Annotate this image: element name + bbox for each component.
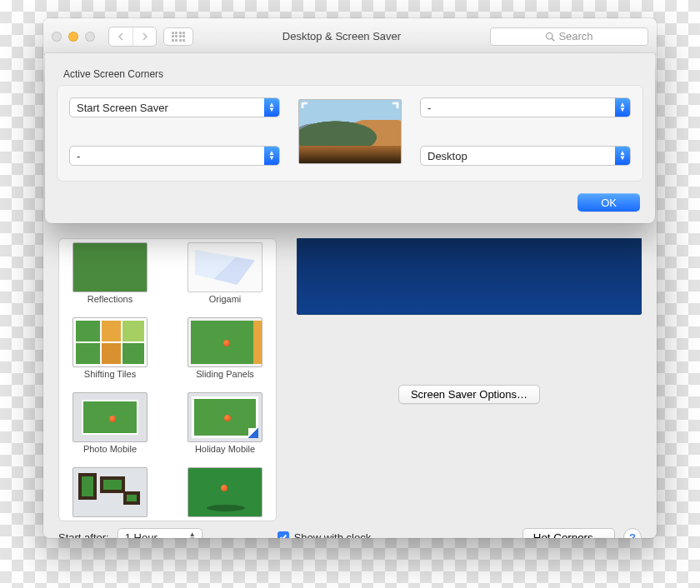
zoom-window-icon[interactable]: [85, 32, 95, 42]
screen-saver-options-button[interactable]: Screen Saver Options…: [398, 385, 540, 404]
popup-arrows-icon: ▲▼: [615, 147, 630, 165]
list-item-label: Origami: [209, 294, 242, 306]
corner-top-left-value: Start Screen Saver: [70, 98, 264, 117]
list-item[interactable]: Origami: [179, 242, 271, 306]
window-controls: [52, 32, 95, 42]
svg-point-0: [547, 32, 553, 39]
titlebar: Desktop & Screen Saver Search: [43, 18, 657, 55]
popup-arrows-icon: ▲▼: [264, 98, 279, 117]
search-placeholder: Search: [558, 30, 592, 42]
thumbnail-icon: [188, 317, 262, 367]
list-item[interactable]: Reflections: [64, 242, 156, 306]
content-row: Reflections Origami Shifting Tiles: [58, 238, 642, 521]
start-after-label: Start after:: [58, 531, 109, 539]
sheet-section-label: Active Screen Corners: [63, 68, 643, 80]
search-input[interactable]: Search: [490, 27, 648, 46]
corner-top-left-popup[interactable]: Start Screen Saver ▲▼: [69, 97, 280, 117]
checkbox-checked-icon: [278, 531, 289, 538]
corner-top-right-popup[interactable]: - ▲▼: [420, 97, 631, 117]
nav-back-forward: [108, 27, 157, 47]
bottom-bar: Start after: 1 Hour ▲▼ Show with clock H…: [58, 521, 642, 538]
thumbnail-icon: [188, 392, 262, 442]
list-item[interactable]: [64, 467, 156, 521]
list-item-label: Holiday Mobile: [195, 444, 255, 456]
corner-bottom-left-value: -: [70, 147, 264, 165]
corner-top-right-value: -: [421, 98, 615, 117]
preview-image: [297, 238, 642, 315]
list-item-label: Reflections: [88, 294, 132, 306]
help-icon: ?: [629, 531, 636, 539]
list-item-label: Sliding Panels: [196, 369, 254, 381]
list-item-label: Photo Mobile: [83, 444, 137, 456]
forward-button[interactable]: [132, 27, 156, 46]
prefs-window: Desktop & Screen Saver Search Reflection…: [43, 18, 657, 538]
corner-indicator-icon: [388, 102, 399, 113]
thumbnail-icon: [188, 467, 262, 517]
help-button[interactable]: ?: [623, 528, 642, 538]
ok-button[interactable]: OK: [578, 193, 640, 212]
popup-arrows-icon: ▲▼: [615, 98, 630, 117]
back-button[interactable]: [109, 27, 132, 46]
corner-indicator-icon: [301, 150, 312, 162]
start-after-value: 1 Hour: [125, 531, 158, 539]
show-all-button[interactable]: [163, 27, 193, 46]
hot-corners-button[interactable]: Hot Corners…: [522, 528, 615, 538]
list-item[interactable]: [179, 467, 271, 521]
corner-bottom-left-popup[interactable]: - ▲▼: [69, 146, 280, 166]
screensaver-list[interactable]: Reflections Origami Shifting Tiles: [58, 238, 277, 521]
corner-indicator-icon: [301, 102, 312, 113]
list-item[interactable]: Sliding Panels: [179, 317, 271, 381]
thumbnail-icon: [72, 242, 148, 292]
corner-indicator-icon: [388, 150, 399, 162]
start-after-popup[interactable]: 1 Hour ▲▼: [118, 528, 202, 538]
popup-arrows-icon: ▲▼: [264, 147, 279, 165]
thumbnail-icon: [72, 392, 148, 442]
desktop-preview-thumbnail: [298, 99, 402, 164]
list-item[interactable]: Shifting Tiles: [64, 317, 156, 381]
show-with-clock-checkbox[interactable]: Show with clock: [278, 531, 371, 539]
list-item-label: Shifting Tiles: [84, 369, 136, 381]
thumbnail-icon: [72, 467, 148, 517]
show-with-clock-label: Show with clock: [294, 531, 371, 539]
corner-bottom-right-popup[interactable]: Desktop ▲▼: [420, 146, 631, 166]
minimize-window-icon[interactable]: [68, 32, 78, 42]
thumbnail-icon: [72, 317, 148, 367]
list-item[interactable]: Photo Mobile: [64, 392, 156, 456]
popup-stepper-icon: ▲▼: [187, 532, 198, 538]
list-item[interactable]: Holiday Mobile: [179, 392, 271, 456]
thumbnail-icon: [188, 242, 262, 292]
search-icon: [545, 32, 555, 42]
sheet-footer: OK: [57, 182, 643, 212]
window-body: Reflections Origami Shifting Tiles: [43, 55, 657, 538]
preview-panel: Screen Saver Options…: [297, 238, 642, 521]
window-title: Desktop & Screen Saver: [200, 30, 483, 42]
close-window-icon[interactable]: [52, 32, 62, 42]
hot-corners-sheet: Active Screen Corners Start Screen Saver…: [45, 53, 655, 223]
corners-grid: Start Screen Saver ▲▼ - ▲▼ - ▲▼: [57, 85, 643, 182]
svg-line-1: [552, 38, 555, 41]
corner-bottom-right-value: Desktop: [421, 147, 615, 165]
